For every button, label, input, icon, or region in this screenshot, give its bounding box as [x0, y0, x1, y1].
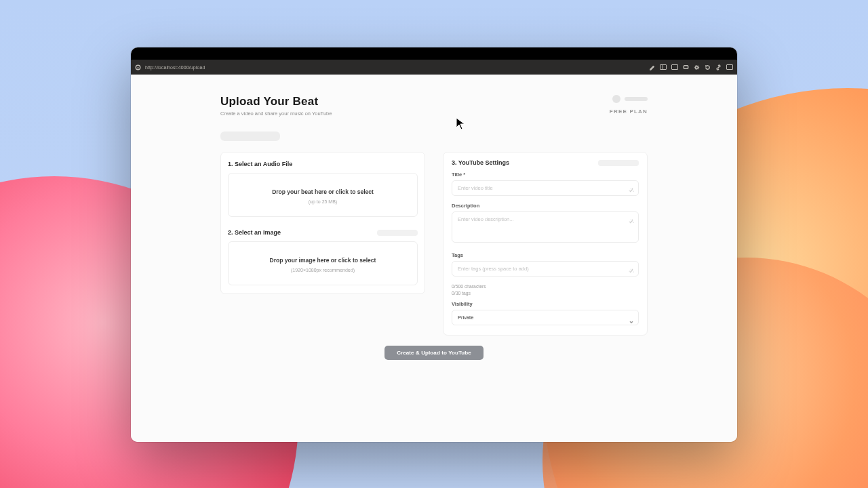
title-input[interactable]	[452, 180, 639, 196]
username-skeleton	[625, 97, 648, 101]
image-dropzone[interactable]: Drop your image here or click to select …	[228, 241, 418, 285]
image-drop-text: Drop your image here or click to select	[235, 257, 410, 264]
section-audio: 1. Select an Audio File Drop your beat h…	[220, 152, 425, 294]
create-upload-button[interactable]: Create & Upload to YouTube	[384, 346, 484, 360]
magic-wand-icon[interactable]	[628, 216, 635, 222]
magic-wand-icon[interactable]	[628, 184, 635, 191]
avatar[interactable]	[612, 95, 620, 103]
loading-skeleton	[220, 131, 280, 141]
image-section-skeleton	[377, 230, 418, 236]
tags-label: Tags	[452, 252, 639, 258]
audio-dropzone[interactable]: Drop your beat here or click to select (…	[228, 173, 418, 217]
svg-point-4	[696, 66, 698, 68]
visibility-label: Visibility	[452, 301, 639, 307]
svg-rect-3	[684, 65, 688, 68]
panel-left-icon[interactable]	[660, 64, 667, 70]
youtube-section-skeleton	[598, 160, 639, 166]
page-title: Upload Your Beat	[220, 95, 332, 108]
description-input[interactable]	[452, 211, 639, 243]
page-content: Upload Your Beat Create a video and shar…	[131, 75, 737, 442]
visibility-select[interactable]: Private	[452, 310, 639, 325]
magic-wand-icon[interactable]	[628, 265, 635, 272]
info-icon[interactable]	[135, 64, 141, 70]
section-title-audio: 1. Select an Audio File	[228, 161, 418, 167]
address-bar[interactable]: http://localhost:4000/upload	[145, 65, 205, 70]
window-titlebar[interactable]	[131, 47, 737, 60]
tag-count: 0/30 tags	[452, 290, 639, 297]
section-title-image: 2. Select an Image	[228, 229, 281, 236]
plan-badge: FREE PLAN	[610, 108, 648, 115]
audio-drop-text: Drop your beat here or click to select	[235, 188, 410, 195]
description-label: Description	[452, 203, 639, 209]
link-icon[interactable]	[715, 64, 722, 70]
title-label: Title *	[452, 171, 639, 178]
char-count: 0/500 characters	[452, 283, 639, 290]
panel-right-icon[interactable]	[726, 64, 733, 70]
pencil-icon[interactable]	[649, 64, 655, 70]
image-drop-hint: (1920×1080px recommended)	[235, 268, 410, 272]
settings-icon[interactable]	[694, 64, 700, 70]
devices-icon[interactable]	[683, 64, 689, 70]
section-title-youtube: 3. YouTube Settings	[452, 159, 509, 166]
browser-window: http://localhost:4000/upload Upload Your…	[131, 47, 737, 442]
tags-input[interactable]	[452, 261, 639, 277]
chevron-down-icon	[629, 315, 634, 321]
audio-drop-hint: (up to 25 MB)	[235, 199, 410, 204]
refresh-icon[interactable]	[705, 64, 711, 70]
panel-icon[interactable]	[671, 64, 678, 70]
page-subtitle: Create a video and share your music on Y…	[220, 110, 332, 117]
browser-toolbar: http://localhost:4000/upload	[131, 60, 737, 75]
section-youtube-settings: 3. YouTube Settings Title * Description …	[443, 152, 648, 336]
